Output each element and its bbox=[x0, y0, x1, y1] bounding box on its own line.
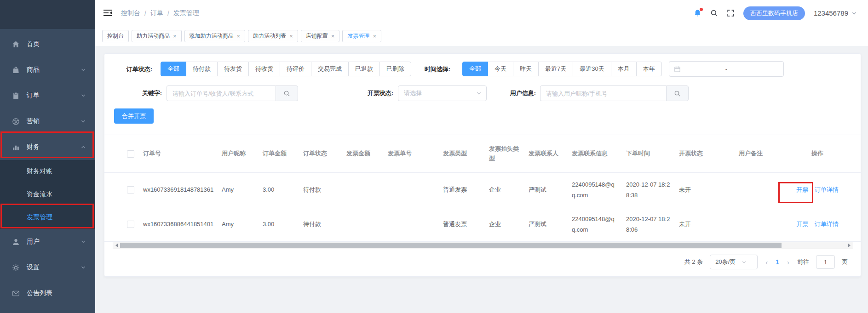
invoice-status-label: 开票状态: bbox=[356, 85, 393, 101]
close-icon[interactable]: × bbox=[331, 33, 335, 39]
breadcrumb-separator: / bbox=[167, 10, 169, 17]
keyword-input[interactable] bbox=[167, 85, 276, 101]
chevron-down-icon bbox=[80, 93, 86, 98]
order-detail-link[interactable]: 订单详情 bbox=[815, 184, 839, 195]
column-header: 发票联系人 bbox=[529, 135, 572, 172]
chevron-down-icon bbox=[80, 67, 86, 73]
fullscreen-icon[interactable] bbox=[727, 9, 735, 17]
tab-console[interactable]: 控制台 bbox=[102, 30, 129, 42]
sidebar-item-settings[interactable]: 设置 bbox=[0, 255, 95, 280]
tab-boost-list[interactable]: 助力活动列表× bbox=[248, 30, 298, 42]
sidebar-item-users[interactable]: 用户 bbox=[0, 229, 95, 255]
topbar: 控制台/订单/发票管理 西西里数码手机店 123456789 bbox=[95, 0, 868, 26]
cell-nickname: Amy bbox=[222, 173, 263, 207]
sidebar-subitem-finance-reconciliation[interactable]: 财务对账 bbox=[0, 160, 95, 183]
close-icon[interactable]: × bbox=[373, 33, 376, 39]
column-header: 发票单号 bbox=[388, 135, 443, 172]
pagination: 共 2 条 20条/页 ‹ 1 › 前往 页 bbox=[684, 255, 848, 269]
time-select-option[interactable]: 全部 bbox=[462, 62, 488, 76]
sidebar-item-orders[interactable]: 订单 bbox=[0, 83, 95, 108]
store-badge[interactable]: 西西里数码手机店 bbox=[743, 6, 805, 20]
order-detail-link[interactable]: 订单详情 bbox=[815, 219, 839, 229]
goto-page-input[interactable] bbox=[816, 255, 835, 269]
prev-page-button[interactable]: ‹ bbox=[765, 258, 769, 266]
invoice-status-select[interactable]: 请选择 bbox=[398, 85, 487, 101]
collapse-menu-icon[interactable] bbox=[103, 10, 112, 17]
time-select-option[interactable]: 本月 bbox=[611, 62, 637, 76]
time-select-option[interactable]: 今天 bbox=[488, 62, 513, 76]
order-status-group: 全部待付款待发货待收货待评价交易完成已退款已删除 bbox=[161, 62, 411, 76]
chevron-up-icon bbox=[80, 144, 86, 150]
select-all-checkbox[interactable] bbox=[127, 150, 134, 158]
tab-shop-config[interactable]: 店铺配置× bbox=[301, 30, 340, 42]
page-size-select[interactable]: 20条/页 bbox=[710, 255, 758, 269]
breadcrumb-item[interactable]: 发票管理 bbox=[173, 9, 199, 17]
search-icon[interactable] bbox=[710, 9, 718, 17]
time-select-option[interactable]: 本年 bbox=[636, 62, 662, 76]
column-header: 用户备注 bbox=[739, 135, 773, 172]
cell-invoice-type: 普通发票 bbox=[443, 173, 489, 207]
order-status-option[interactable]: 待收货 bbox=[248, 62, 280, 76]
chevron-down-icon bbox=[851, 11, 857, 16]
time-select-option[interactable]: 最近30天 bbox=[573, 62, 611, 76]
column-header: 订单金额 bbox=[263, 135, 303, 172]
date-range-separator: - bbox=[725, 66, 727, 73]
current-page[interactable]: 1 bbox=[776, 258, 779, 266]
scroll-left-arrow-icon[interactable] bbox=[113, 242, 120, 249]
close-icon[interactable]: × bbox=[289, 33, 293, 39]
order-status-option[interactable]: 已退款 bbox=[348, 62, 380, 76]
order-status-option[interactable]: 待付款 bbox=[186, 62, 218, 76]
cell-invoice-contact-info: 2240095148@qq.com bbox=[572, 207, 626, 241]
sidebar-subitem-funds-flow[interactable]: 资金流水 bbox=[0, 183, 95, 206]
scroll-right-arrow-icon[interactable] bbox=[846, 242, 853, 249]
order-status-option[interactable]: 交易完成 bbox=[311, 62, 349, 76]
horizontal-scrollbar[interactable] bbox=[113, 242, 853, 249]
row-checkbox[interactable] bbox=[127, 221, 134, 228]
sidebar-item-goods[interactable]: 商品 bbox=[0, 57, 95, 83]
sidebar-subitem-invoice-manage[interactable]: 发票管理 bbox=[0, 206, 95, 229]
invoice-action-link[interactable]: 开票 bbox=[796, 184, 808, 195]
tab-invoice-manage[interactable]: 发票管理× bbox=[342, 30, 381, 42]
chevron-down-icon bbox=[742, 260, 747, 265]
tab-add-boost-goods[interactable]: 添加助力活动商品× bbox=[184, 30, 246, 42]
row-actions: 开票订单详情 bbox=[773, 207, 862, 241]
breadcrumb-separator: / bbox=[144, 10, 146, 17]
breadcrumb-item[interactable]: 控制台 bbox=[121, 9, 140, 17]
merge-invoice-button[interactable]: 合并开票 bbox=[114, 108, 154, 124]
cell-order-time: 2020-12-07 18:28:38 bbox=[626, 173, 679, 207]
home-icon bbox=[12, 40, 20, 48]
sidebar-item-finance[interactable]: 财务 bbox=[0, 134, 95, 160]
tab-boost-goods[interactable]: 助力活动商品× bbox=[132, 30, 182, 42]
order-status-option[interactable]: 待评价 bbox=[280, 62, 311, 76]
cell-invoice-contact: 严测试 bbox=[529, 207, 572, 241]
account-menu[interactable]: 123456789 bbox=[814, 9, 857, 17]
scrollbar-thumb[interactable] bbox=[120, 243, 782, 248]
order-status-option[interactable]: 已删除 bbox=[379, 62, 411, 76]
user-info-search-button[interactable] bbox=[666, 85, 689, 101]
user-info-input[interactable] bbox=[540, 85, 666, 101]
topbar-tools: 西西里数码手机店 123456789 bbox=[694, 6, 857, 20]
sidebar-item-notice-list[interactable]: 公告列表 bbox=[0, 280, 95, 306]
sidebar-item-home[interactable]: 首页 bbox=[0, 31, 95, 57]
sidebar-item-label: 首页 bbox=[27, 40, 86, 48]
invoice-action-link[interactable]: 开票 bbox=[796, 219, 808, 229]
cell-user-remark bbox=[739, 173, 773, 207]
order-status-option[interactable]: 全部 bbox=[161, 62, 186, 76]
goto-label: 前往 bbox=[797, 258, 809, 266]
close-icon[interactable]: × bbox=[237, 33, 241, 39]
sidebar-item-marketing[interactable]: 营销 bbox=[0, 108, 95, 134]
keyword-input-group bbox=[167, 85, 298, 101]
row-checkbox[interactable] bbox=[127, 186, 134, 193]
breadcrumb-item[interactable]: 订单 bbox=[150, 9, 163, 17]
next-page-button[interactable]: › bbox=[786, 258, 790, 266]
cell-invoice-title-type: 企业 bbox=[489, 173, 529, 207]
order-status-option[interactable]: 待发货 bbox=[217, 62, 249, 76]
sidebar-item-label: 订单 bbox=[27, 91, 80, 100]
time-select-option[interactable]: 昨天 bbox=[513, 62, 539, 76]
cell-invoice-type: 普通发票 bbox=[443, 207, 489, 241]
time-select-option[interactable]: 最近7天 bbox=[538, 62, 573, 76]
keyword-search-button[interactable] bbox=[276, 85, 298, 101]
date-range-picker[interactable]: - bbox=[669, 61, 784, 77]
close-icon[interactable]: × bbox=[173, 33, 177, 39]
bell-icon[interactable] bbox=[694, 9, 701, 17]
